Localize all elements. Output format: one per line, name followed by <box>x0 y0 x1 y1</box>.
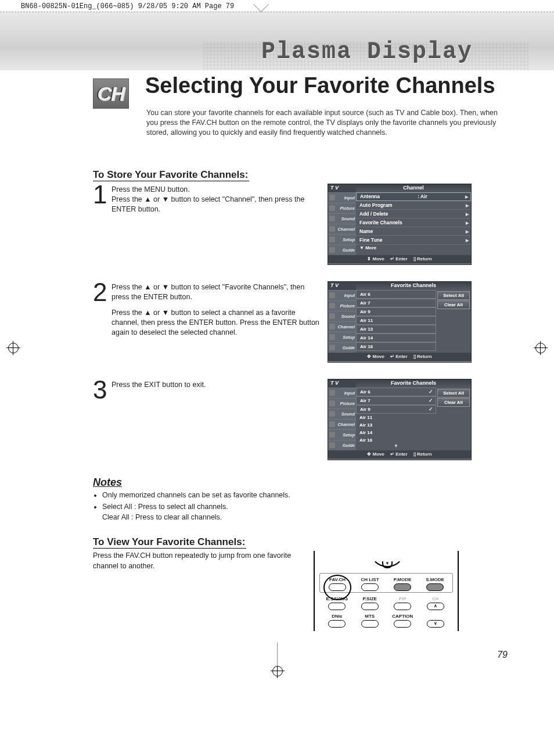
enter-icon: ↵ <box>390 256 394 261</box>
right-arrow-icon <box>466 210 469 218</box>
osd2-ch-air11: Air 11 <box>356 316 436 325</box>
osd3-side-picture: Picture <box>328 398 356 409</box>
osd2-tv-label: T V <box>328 282 356 290</box>
step-1-number: 1 <box>93 184 111 265</box>
osd2-ch-air16: Air 16 <box>356 342 436 351</box>
page-content: CH Selecting Your Favorite Channels You … <box>0 70 554 643</box>
osd1-antenna-label: Antenna <box>360 193 380 200</box>
remote-row-1: FAV.CH CH LIST P.MODE S.MODE <box>319 573 453 593</box>
crop-header-text: BN68-00825N-01Eng_(066~085) 9/28/05 9:20… <box>21 2 234 10</box>
osd2-buttons: Select All Clear All <box>436 290 471 353</box>
osd1-finetune-label: Fine Tune <box>359 236 383 244</box>
remote-chlist-label: CH LIST <box>361 577 379 582</box>
remote-pip-button: PIP <box>390 596 415 610</box>
osd1-side-input: Input <box>328 192 356 203</box>
move-icon: ✥ <box>367 452 371 457</box>
remote-dpad: ▼ <box>366 553 406 571</box>
osd1-row-autoprogram: Auto Program <box>356 201 471 210</box>
osd3-title: Favorite Channels <box>356 379 471 388</box>
remote-smode-label: S.MODE <box>426 577 444 582</box>
remote-pmode-label: P.MODE <box>394 577 412 582</box>
osd1-row-antenna: Antenna : Air <box>356 192 471 201</box>
step-3: 3 Press the EXIT button to exit. T V Fav… <box>93 379 513 460</box>
osd1-side-picture: Picture <box>328 203 356 213</box>
osd3-side-input: Input <box>328 388 356 398</box>
view-row: Press the FAV.CH button repeatedly to ju… <box>93 551 513 631</box>
pagefold-icon <box>253 0 269 12</box>
osd3-ch-air11: Air 11 <box>356 414 436 421</box>
banner: Plasma Display <box>0 12 554 70</box>
osd2-side-sound: Sound <box>328 311 356 321</box>
step-2-line-1: Press the ▲ or ▼ button to select "Favor… <box>111 282 321 302</box>
osd1-tv-label: T V <box>328 184 356 192</box>
check-icon <box>429 397 433 404</box>
osd2-footer-move: ✥ Move <box>367 354 384 359</box>
step-1-text: Press the MENU button. Press the ▲ or ▼ … <box>111 184 328 265</box>
osd1-more: ▼ More <box>356 245 471 252</box>
remote-pmode-button: P.MODE <box>390 577 415 591</box>
osd3-side-guide: Guide <box>328 440 356 450</box>
osd1-title: Channel <box>356 184 471 192</box>
osd2-footer-enter: ↵ Enter <box>390 354 408 359</box>
osd2-footer-return: ▯ Return <box>413 354 432 359</box>
osd-channel-menu: T V Channel Input Picture Sound Channel … <box>328 184 472 265</box>
osd1-row-favorite: Favorite Channels <box>356 218 471 227</box>
osd3-sidebar: Input Picture Sound Channel Setup Guide <box>328 388 356 450</box>
remote-ch-down-button: ∨ <box>423 614 448 628</box>
remote-dnie-label: DNIe <box>332 614 342 619</box>
button-cap-icon <box>361 583 379 591</box>
step-3-line-1: Press the EXIT button to exit. <box>111 380 321 390</box>
osd3-footer-enter: ↵ Enter <box>390 452 408 457</box>
step-1-line-1: Press the MENU button. <box>111 185 321 195</box>
osd2-ch-air14: Air 14 <box>356 334 436 342</box>
crop-line-icon <box>277 643 278 666</box>
return-icon: ▯ <box>413 354 416 359</box>
osd1-side-setup: Setup <box>328 234 356 245</box>
enter-icon: ↵ <box>390 354 394 359</box>
osd3-side-setup: Setup <box>328 429 356 440</box>
osd3-ch-air14: Air 14 <box>356 429 436 436</box>
right-arrow-icon <box>466 218 469 227</box>
remote-diagram: ▼ FAV.CH CH LIST P.MOD <box>314 551 459 631</box>
step-2-number: 2 <box>93 281 111 363</box>
dpad-down-icon: ▼ <box>382 561 393 568</box>
osd3-ch-air13: Air 13 <box>356 421 436 429</box>
section-store-title: To Store Your Favorite Channels: <box>93 169 249 181</box>
check-icon <box>429 406 433 413</box>
remote-caption-label: CAPTION <box>392 614 413 619</box>
osd3-footer-move: ✥ Move <box>367 452 384 457</box>
right-arrow-icon <box>466 201 469 209</box>
enter-icon: ↵ <box>390 452 394 457</box>
step-2-text: Press the ▲ or ▼ button to select "Favor… <box>111 281 328 363</box>
osd3-ch-air9: Air 9 <box>356 405 436 414</box>
updown-icon: ⬍ <box>367 256 371 261</box>
remote-dnie-button: DNIe <box>325 614 349 628</box>
osd3-side-sound: Sound <box>328 409 356 419</box>
osd2-footer: ✥ Move ↵ Enter ▯ Return <box>328 353 471 361</box>
osd2-ch-air6: Air 6 <box>356 290 436 299</box>
remote-mts-label: MTS <box>365 614 375 619</box>
notes-list: Only memorized channels can be set as fa… <box>93 490 513 522</box>
return-icon: ▯ <box>413 452 416 457</box>
remote-mts-button: MTS <box>358 614 382 628</box>
up-icon: ∧ <box>427 603 444 610</box>
remote-smode-button: S.MODE <box>423 577 447 591</box>
osd1-name-label: Name <box>359 227 373 235</box>
notes-heading: Notes <box>93 476 513 489</box>
remote-ch-up-button: CH ∧ <box>423 596 448 610</box>
osd2-select-all-button: Select All <box>437 291 470 300</box>
remote-psize-label: P.SIZE <box>363 596 377 601</box>
osd2-title: Favorite Channels <box>356 282 471 290</box>
osd1-footer-return: ▯ Return <box>413 257 432 261</box>
down-icon: ∨ <box>427 620 444 628</box>
osd1-footer-move: ⬍ Move <box>367 257 384 261</box>
osd1-adddelete-label: Add / Delete <box>359 210 388 218</box>
osd1-side-sound: Sound <box>328 213 356 224</box>
note-2a: Select All : Press to select all channel… <box>102 503 228 511</box>
osd1-antenna-value: : Air <box>418 193 427 200</box>
osd1-side-channel: Channel <box>328 224 356 234</box>
osd1-favorite-label: Favorite Channels <box>359 218 402 227</box>
osd3-ch-air7: Air 7 <box>356 396 436 405</box>
osd2-clear-all-button: Clear All <box>437 300 470 309</box>
osd1-footer-enter: ↵ Enter <box>390 257 408 261</box>
